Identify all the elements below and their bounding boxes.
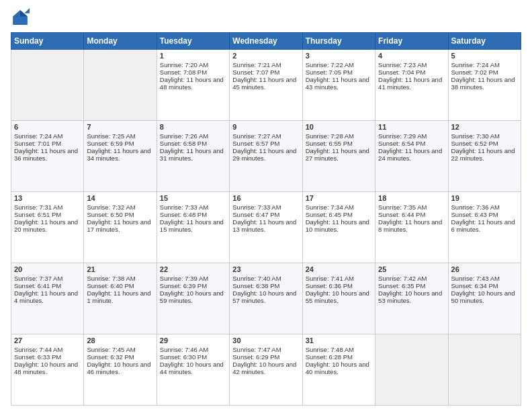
day-content: Sunset: 6:55 PM xyxy=(306,140,372,147)
day-content: Sunset: 6:52 PM xyxy=(451,140,518,147)
calendar-cell: 13Sunrise: 7:31 AMSunset: 6:51 PMDayligh… xyxy=(11,192,84,263)
day-content: Sunset: 6:58 PM xyxy=(160,140,226,147)
day-content: Daylight: 11 hours and 17 minutes. xyxy=(87,218,153,233)
calendar-week-row: 6Sunrise: 7:24 AMSunset: 7:01 PMDaylight… xyxy=(11,121,521,192)
calendar-cell: 5Sunrise: 7:24 AMSunset: 7:02 PMDaylight… xyxy=(448,50,521,121)
day-number: 2 xyxy=(232,52,299,60)
day-content: Sunset: 6:40 PM xyxy=(87,282,153,289)
day-content: Sunrise: 7:45 AM xyxy=(87,346,153,353)
calendar-cell: 27Sunrise: 7:44 AMSunset: 6:33 PMDayligh… xyxy=(11,334,84,406)
calendar-day-header: Tuesday xyxy=(157,33,229,50)
day-content: Sunrise: 7:39 AM xyxy=(160,275,226,282)
day-content: Sunset: 6:57 PM xyxy=(232,140,299,147)
calendar-cell: 7Sunrise: 7:25 AMSunset: 6:59 PMDaylight… xyxy=(84,121,157,192)
day-content: Daylight: 11 hours and 41 minutes. xyxy=(378,76,445,91)
day-number: 28 xyxy=(87,336,153,345)
day-content: Sunrise: 7:41 AM xyxy=(306,275,372,282)
day-number: 1 xyxy=(160,52,226,60)
day-content: Daylight: 11 hours and 8 minutes. xyxy=(378,218,445,233)
day-content: Sunrise: 7:35 AM xyxy=(378,203,445,211)
day-number: 22 xyxy=(160,265,226,273)
day-content: Daylight: 10 hours and 40 minutes. xyxy=(306,361,372,375)
day-number: 8 xyxy=(160,123,226,131)
day-number: 3 xyxy=(306,52,372,60)
calendar-cell: 4Sunrise: 7:23 AMSunset: 7:04 PMDaylight… xyxy=(375,50,448,121)
calendar-cell: 22Sunrise: 7:39 AMSunset: 6:39 PMDayligh… xyxy=(157,263,229,334)
day-content: Sunrise: 7:31 AM xyxy=(14,203,81,211)
day-content: Daylight: 10 hours and 53 minutes. xyxy=(378,289,445,304)
day-number: 9 xyxy=(232,123,299,131)
day-content: Sunset: 6:43 PM xyxy=(451,211,518,218)
day-content: Sunset: 6:32 PM xyxy=(87,353,153,361)
day-number: 15 xyxy=(160,194,226,202)
calendar-cell xyxy=(375,334,448,406)
calendar-cell: 9Sunrise: 7:27 AMSunset: 6:57 PMDaylight… xyxy=(230,121,302,192)
day-content: Sunrise: 7:22 AM xyxy=(306,61,372,68)
calendar-cell: 24Sunrise: 7:41 AMSunset: 6:36 PMDayligh… xyxy=(302,263,375,334)
day-content: Daylight: 11 hours and 15 minutes. xyxy=(160,218,226,233)
calendar-cell: 3Sunrise: 7:22 AMSunset: 7:05 PMDaylight… xyxy=(302,50,375,121)
day-number: 31 xyxy=(306,336,372,345)
calendar-day-header: Monday xyxy=(84,33,157,50)
day-content: Daylight: 11 hours and 36 minutes. xyxy=(14,147,81,162)
day-content: Sunset: 7:05 PM xyxy=(306,68,372,76)
day-content: Sunset: 7:02 PM xyxy=(451,68,518,76)
day-number: 20 xyxy=(14,265,81,273)
calendar-cell: 8Sunrise: 7:26 AMSunset: 6:58 PMDaylight… xyxy=(157,121,229,192)
calendar-day-header: Saturday xyxy=(448,33,521,50)
day-content: Sunrise: 7:25 AM xyxy=(87,132,153,140)
day-content: Daylight: 11 hours and 31 minutes. xyxy=(160,147,226,162)
day-content: Sunrise: 7:42 AM xyxy=(378,275,445,282)
day-content: Daylight: 11 hours and 10 minutes. xyxy=(306,218,372,233)
calendar-cell: 19Sunrise: 7:36 AMSunset: 6:43 PMDayligh… xyxy=(448,192,521,263)
calendar-cell: 12Sunrise: 7:30 AMSunset: 6:52 PMDayligh… xyxy=(448,121,521,192)
calendar-table: SundayMondayTuesdayWednesdayThursdayFrid… xyxy=(11,32,521,406)
day-content: Sunrise: 7:46 AM xyxy=(160,346,226,353)
day-number: 14 xyxy=(87,194,153,202)
day-content: Daylight: 11 hours and 45 minutes. xyxy=(232,76,299,91)
day-content: Daylight: 10 hours and 48 minutes. xyxy=(14,361,81,375)
day-content: Sunrise: 7:33 AM xyxy=(160,203,226,211)
calendar-week-row: 1Sunrise: 7:20 AMSunset: 7:08 PMDaylight… xyxy=(11,50,521,121)
day-content: Sunset: 6:54 PM xyxy=(378,140,445,147)
day-content: Sunset: 6:39 PM xyxy=(160,282,226,289)
day-content: Daylight: 11 hours and 38 minutes. xyxy=(451,76,518,91)
day-content: Sunrise: 7:37 AM xyxy=(14,275,81,282)
day-content: Sunrise: 7:36 AM xyxy=(451,203,518,211)
svg-marker-1 xyxy=(20,10,28,16)
day-content: Daylight: 10 hours and 50 minutes. xyxy=(451,289,518,304)
day-content: Sunset: 6:38 PM xyxy=(232,282,299,289)
day-content: Sunset: 7:07 PM xyxy=(232,68,299,76)
calendar-cell: 21Sunrise: 7:38 AMSunset: 6:40 PMDayligh… xyxy=(84,263,157,334)
calendar-cell: 28Sunrise: 7:45 AMSunset: 6:32 PMDayligh… xyxy=(84,334,157,406)
day-number: 18 xyxy=(378,194,445,202)
day-content: Daylight: 11 hours and 27 minutes. xyxy=(306,147,372,162)
calendar-cell: 30Sunrise: 7:47 AMSunset: 6:29 PMDayligh… xyxy=(230,334,302,406)
day-number: 4 xyxy=(378,52,445,60)
day-content: Daylight: 10 hours and 57 minutes. xyxy=(232,289,299,304)
day-content: Daylight: 11 hours and 48 minutes. xyxy=(160,76,226,91)
day-content: Sunrise: 7:43 AM xyxy=(451,275,518,282)
svg-marker-2 xyxy=(24,8,30,13)
calendar-cell: 16Sunrise: 7:33 AMSunset: 6:47 PMDayligh… xyxy=(230,192,302,263)
calendar-day-header: Friday xyxy=(375,33,448,50)
day-content: Daylight: 11 hours and 29 minutes. xyxy=(232,147,299,162)
calendar-week-row: 13Sunrise: 7:31 AMSunset: 6:51 PMDayligh… xyxy=(11,192,521,263)
calendar-week-row: 27Sunrise: 7:44 AMSunset: 6:33 PMDayligh… xyxy=(11,334,521,406)
day-number: 10 xyxy=(306,123,372,131)
day-content: Daylight: 11 hours and 43 minutes. xyxy=(306,76,372,91)
day-number: 7 xyxy=(87,123,153,131)
calendar-cell: 10Sunrise: 7:28 AMSunset: 6:55 PMDayligh… xyxy=(302,121,375,192)
day-content: Daylight: 11 hours and 24 minutes. xyxy=(378,147,445,162)
day-content: Sunrise: 7:27 AM xyxy=(232,132,299,140)
calendar-cell: 25Sunrise: 7:42 AMSunset: 6:35 PMDayligh… xyxy=(375,263,448,334)
calendar-cell: 2Sunrise: 7:21 AMSunset: 7:07 PMDaylight… xyxy=(230,50,302,121)
calendar-cell: 15Sunrise: 7:33 AMSunset: 6:48 PMDayligh… xyxy=(157,192,229,263)
day-content: Sunrise: 7:28 AM xyxy=(306,132,372,140)
day-content: Daylight: 11 hours and 4 minutes. xyxy=(14,289,81,304)
day-number: 29 xyxy=(160,336,226,345)
logo xyxy=(11,8,32,27)
day-content: Sunset: 6:34 PM xyxy=(451,282,518,289)
day-content: Sunset: 7:04 PM xyxy=(378,68,445,76)
calendar-day-header: Thursday xyxy=(302,33,375,50)
